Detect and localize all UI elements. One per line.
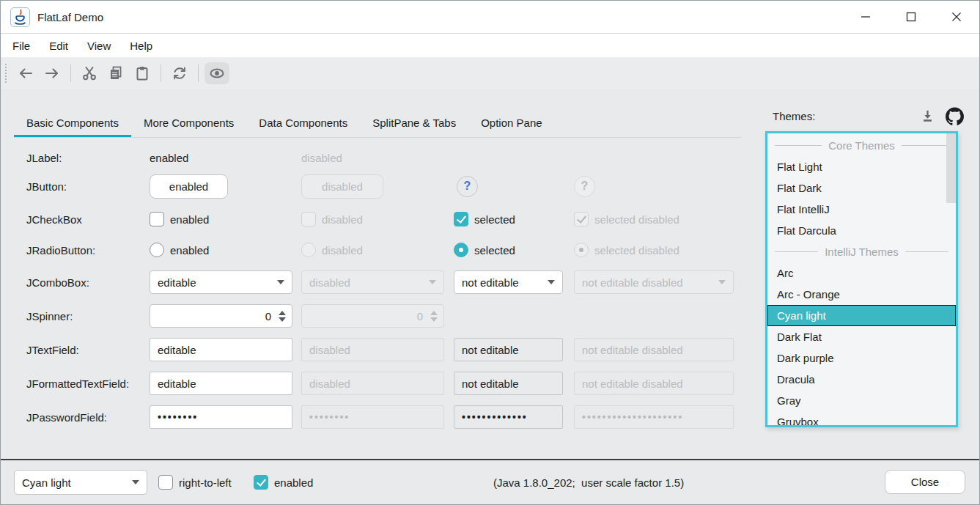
theme-group-separator: IntelliJ Themes xyxy=(767,241,956,262)
back-button[interactable] xyxy=(13,62,38,84)
copy-icon xyxy=(107,64,125,82)
forward-button[interactable] xyxy=(40,62,65,84)
theme-item-dark-flat[interactable]: Dark Flat xyxy=(767,326,956,347)
close-window-button[interactable] xyxy=(934,1,979,33)
eye-icon xyxy=(208,64,226,82)
row-label: JPasswordField: xyxy=(26,411,107,424)
theme-item-gray[interactable]: Gray xyxy=(767,390,956,411)
jspinner-row: JSpinner: 0 0 xyxy=(1,301,756,331)
row-label: JComboBox: xyxy=(26,276,89,289)
theme-item-arc-orange[interactable]: Arc - Orange xyxy=(767,284,956,305)
theme-combobox[interactable]: Cyan light xyxy=(14,470,147,495)
tab-splitpane-tabs[interactable]: SplitPane & Tabs xyxy=(360,107,468,138)
github-icon[interactable] xyxy=(946,107,964,125)
theme-item-flat-intellij[interactable]: Flat IntelliJ xyxy=(767,199,956,220)
menu-view[interactable]: View xyxy=(78,37,120,55)
combobox-not-editable-disabled: not editable disabled xyxy=(574,270,734,294)
themes-panel: Themes: Core Themes Flat Light Flat Dark… xyxy=(754,89,979,459)
menu-file[interactable]: File xyxy=(3,37,40,55)
theme-item-dracula[interactable]: Dracula xyxy=(767,369,956,390)
spinner-arrows-icon[interactable] xyxy=(279,311,286,322)
theme-group-separator: Core Themes xyxy=(767,135,956,156)
tab-data-components[interactable]: Data Components xyxy=(246,107,360,138)
checkbox-enabled[interactable] xyxy=(150,212,164,226)
maximize-button[interactable] xyxy=(888,1,934,33)
spinner-disabled: 0 xyxy=(301,304,444,328)
passwordfield-not-editable: ••••••••••••• xyxy=(454,405,563,429)
toolbar-grip[interactable] xyxy=(5,64,7,83)
theme-item-gruvbox[interactable]: Gruvbox xyxy=(767,411,956,427)
help-button-disabled: ? xyxy=(574,176,595,197)
jlabel-enabled: enabled xyxy=(150,152,188,164)
menubar: File Edit View Help xyxy=(1,34,979,58)
formattedfield-not-editable-disabled: not editable disabled xyxy=(574,372,734,395)
textfield-not-editable-disabled: not editable disabled xyxy=(574,338,734,361)
formattedfield-disabled: disabled xyxy=(301,372,444,395)
tab-more-components[interactable]: More Components xyxy=(131,107,246,138)
toolbar-separator xyxy=(198,64,199,82)
jcheckbox-row: JCheckBox enabled disabled selected sele… xyxy=(1,204,756,234)
status-text: (Java 1.8.0_202; user scale factor 1.5) xyxy=(493,460,684,504)
cut-button[interactable] xyxy=(77,62,102,84)
textfield-editable[interactable]: editable xyxy=(150,338,292,361)
help-button[interactable]: ? xyxy=(457,176,478,197)
maximize-icon xyxy=(906,12,916,22)
jbutton-row: JButton: enabled disabled ? ? xyxy=(1,172,756,201)
row-label: JCheckBox xyxy=(26,213,82,226)
passwordfield-disabled: •••••••• xyxy=(301,405,444,429)
components-pane: Basic Components More Components Data Co… xyxy=(1,89,756,459)
theme-item-flat-light[interactable]: Flat Light xyxy=(767,156,956,177)
radio-selected[interactable] xyxy=(454,243,468,257)
cut-icon xyxy=(81,64,98,82)
textfield-not-editable: not editable xyxy=(454,338,563,361)
scrollbar-thumb[interactable] xyxy=(946,133,956,203)
radio-enabled[interactable] xyxy=(150,243,164,257)
passwordfield-editable[interactable]: •••••••• xyxy=(150,405,292,429)
toolbar-separator xyxy=(70,64,71,82)
window-title: FlatLaf Demo xyxy=(37,11,103,23)
combobox-editable[interactable]: editable xyxy=(150,270,292,294)
enabled-checkbox[interactable] xyxy=(254,475,268,490)
theme-item-dark-purple[interactable]: Dark purple xyxy=(767,347,956,369)
menu-edit[interactable]: Edit xyxy=(40,37,78,55)
refresh-button[interactable] xyxy=(167,62,192,84)
theme-item-flat-dark[interactable]: Flat Dark xyxy=(767,177,956,199)
jlabel-row: JLabel: enabled disabled xyxy=(1,143,756,172)
checkbox-selected[interactable] xyxy=(454,212,468,226)
download-icon[interactable] xyxy=(919,108,936,125)
tab-basic-components[interactable]: Basic Components xyxy=(14,107,131,138)
paste-icon xyxy=(133,64,151,82)
row-label: JLabel: xyxy=(26,152,62,164)
themes-list: Core Themes Flat Light Flat Dark Flat In… xyxy=(765,131,958,427)
theme-item-cyan-light[interactable]: Cyan light xyxy=(767,305,956,326)
enabled-label: enabled xyxy=(274,476,313,489)
back-icon xyxy=(17,64,34,82)
radio-disabled xyxy=(301,243,316,257)
toolbar-separator xyxy=(161,64,161,82)
menu-help[interactable]: Help xyxy=(120,37,162,55)
main-area: Basic Components More Components Data Co… xyxy=(1,89,979,459)
show-hover-toggle[interactable] xyxy=(205,62,229,84)
spinner-enabled[interactable]: 0 xyxy=(150,304,292,328)
formattedfield-editable[interactable]: editable xyxy=(150,372,292,395)
theme-item-flat-darcula[interactable]: Flat Darcula xyxy=(767,220,956,241)
minimize-button[interactable] xyxy=(843,1,888,33)
paste-button[interactable] xyxy=(130,62,155,84)
tab-bar: Basic Components More Components Data Co… xyxy=(14,107,555,138)
right-to-left-label: right-to-left xyxy=(179,476,232,489)
combobox-not-editable[interactable]: not editable xyxy=(454,270,563,294)
jradiobutton-row: JRadioButton: enabled disabled selected … xyxy=(1,235,756,265)
bottom-bar: Cyan light right-to-left enabled (Java 1… xyxy=(1,460,979,504)
disabled-button: disabled xyxy=(301,174,383,199)
close-button[interactable]: Close xyxy=(885,470,965,494)
minimize-icon xyxy=(861,12,871,22)
jtextfield-row: JTextField: editable disabled not editab… xyxy=(1,335,756,364)
theme-item-arc[interactable]: Arc xyxy=(767,262,956,284)
tab-option-pane[interactable]: Option Pane xyxy=(468,107,554,138)
themes-label: Themes: xyxy=(773,110,815,122)
enabled-button[interactable]: enabled xyxy=(150,174,228,199)
copy-button[interactable] xyxy=(103,62,128,84)
combobox-disabled: disabled xyxy=(301,270,444,294)
forward-icon xyxy=(43,64,61,82)
right-to-left-checkbox[interactable] xyxy=(158,475,173,490)
